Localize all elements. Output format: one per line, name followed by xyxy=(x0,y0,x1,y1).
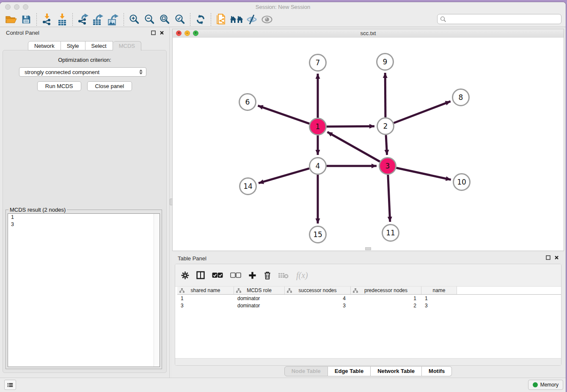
zoom-fit-button[interactable] xyxy=(157,13,172,26)
delete-column-button[interactable] xyxy=(264,271,271,280)
toolbar-separator xyxy=(72,13,73,26)
close-table-panel-icon[interactable] xyxy=(554,255,559,260)
control-panel: Control Panel NetworkStyleSelectMCDS Opt… xyxy=(0,27,169,378)
criterion-value: strongly connected component xyxy=(25,69,138,75)
graph-edge-2-9[interactable] xyxy=(385,73,385,117)
column-header-mcds-role[interactable]: MCDS role xyxy=(234,286,285,294)
result-item: 3 xyxy=(8,221,160,228)
network-overview-button[interactable] xyxy=(214,13,229,26)
show-columns-button[interactable] xyxy=(196,271,205,279)
search-icon xyxy=(440,16,446,22)
refresh-layout-button[interactable] xyxy=(193,13,208,26)
zoom-out-button[interactable] xyxy=(142,13,157,26)
graph-edge-2-3[interactable] xyxy=(386,135,387,155)
table-scroll-strip[interactable] xyxy=(175,358,561,365)
canvas-resize-handle[interactable] xyxy=(365,247,371,250)
table-tab-edge-table[interactable]: Edge Table xyxy=(328,366,371,376)
table-cell: 4 xyxy=(285,295,351,301)
mcds-result-fieldset: MCDS result (2 nodes) 13 xyxy=(6,210,162,369)
graph-edge-1-6[interactable] xyxy=(258,106,310,124)
table-cell: 1 xyxy=(351,295,421,301)
table-row[interactable]: 1dominator411 xyxy=(177,295,561,302)
graph-node-15[interactable]: 15 xyxy=(309,226,327,243)
memory-label: Memory xyxy=(540,382,559,388)
graph-node-10[interactable]: 10 xyxy=(453,173,471,191)
float-panel-icon[interactable] xyxy=(151,30,156,35)
select-stepper-icon xyxy=(138,69,143,75)
table-row[interactable]: 3dominator323 xyxy=(177,302,561,309)
task-history-button[interactable] xyxy=(4,380,16,390)
graph-node-7[interactable]: 7 xyxy=(309,54,327,72)
add-column-button[interactable] xyxy=(248,271,256,279)
graph-edge-2-8[interactable] xyxy=(394,101,451,123)
graph-node-14[interactable]: 14 xyxy=(239,177,257,195)
close-panel-icon[interactable] xyxy=(160,30,164,35)
tab-select[interactable]: Select xyxy=(85,41,113,50)
graph-edges-svg xyxy=(173,38,564,251)
column-header-shared-name[interactable]: shared name xyxy=(177,286,234,294)
export-table-button[interactable] xyxy=(91,13,106,26)
window-title: Session: New Session xyxy=(0,2,566,12)
flag-column-icon xyxy=(287,288,292,293)
graph-node-9[interactable]: 9 xyxy=(376,53,394,71)
deselect-all-columns-button[interactable] xyxy=(230,272,241,278)
gear-icon xyxy=(181,271,189,279)
table-tab-node-table[interactable]: Node Table xyxy=(284,366,328,376)
home-button[interactable] xyxy=(229,13,244,26)
table-cell: 3 xyxy=(177,303,234,309)
export-image-button[interactable] xyxy=(106,13,121,26)
memory-button[interactable]: Memory xyxy=(528,380,563,390)
control-panel-title: Control Panel xyxy=(6,30,39,36)
run-mcds-button[interactable]: Run MCDS xyxy=(37,81,81,91)
search-input[interactable] xyxy=(448,16,559,22)
network-canvas[interactable]: 7968124314101511 xyxy=(173,38,564,251)
column-header-predecessor-nodes[interactable]: predecessor nodes xyxy=(351,286,421,294)
table-tab-motifs[interactable]: Motifs xyxy=(422,366,452,376)
control-panel-tabs: NetworkStyleSelectMCDS xyxy=(0,41,169,50)
main-area: Control Panel NetworkStyleSelectMCDS Opt… xyxy=(0,27,566,378)
network-file-icon xyxy=(215,14,227,25)
toolbar-separator xyxy=(36,13,37,26)
show-graphics-button[interactable] xyxy=(259,13,275,26)
import-table-button[interactable] xyxy=(55,13,70,26)
main-toolbar xyxy=(0,12,566,27)
delete-table-button[interactable] xyxy=(278,272,289,279)
column-header-name[interactable]: name xyxy=(421,286,457,294)
tab-mcds[interactable]: MCDS xyxy=(113,41,141,51)
open-session-button[interactable] xyxy=(3,13,19,26)
import-network-button[interactable] xyxy=(39,13,55,26)
table-tab-network-table[interactable]: Network Table xyxy=(371,366,422,376)
graph-node-4[interactable]: 4 xyxy=(309,157,327,175)
tab-network[interactable]: Network xyxy=(28,41,61,50)
close-panel-button[interactable]: Close panel xyxy=(87,81,132,91)
result-scrollbar[interactable] xyxy=(154,214,160,367)
zoom-out-icon xyxy=(144,14,155,25)
fx-icon: f(x) xyxy=(296,271,308,280)
export-network-button[interactable] xyxy=(75,13,91,26)
graph-node-2[interactable]: 2 xyxy=(377,117,394,135)
graph-node-8[interactable]: 8 xyxy=(452,88,470,106)
graph-edge-3-10[interactable] xyxy=(396,168,451,180)
zoom-selected-button[interactable] xyxy=(172,13,187,26)
table-settings-button[interactable] xyxy=(181,271,189,279)
hide-graphics-button[interactable] xyxy=(244,13,259,26)
graph-edge-3-11[interactable] xyxy=(388,175,390,222)
graph-node-6[interactable]: 6 xyxy=(239,93,256,111)
column-header-successor-nodes[interactable]: successor nodes xyxy=(285,286,351,294)
save-session-button[interactable] xyxy=(19,13,34,26)
graph-node-11[interactable]: 11 xyxy=(382,224,399,242)
zoom-in-button[interactable] xyxy=(127,13,142,26)
select-all-columns-button[interactable] xyxy=(212,272,223,278)
graph-edge-1-2[interactable] xyxy=(327,126,374,127)
graph-node-3[interactable]: 3 xyxy=(379,157,396,175)
mcds-result-list: 13 xyxy=(8,213,160,367)
function-builder-button[interactable]: f(x) xyxy=(296,271,308,280)
table-cell: 3 xyxy=(421,303,457,309)
table-panel: Table Panel xyxy=(172,253,564,378)
graph-edge-4-14[interactable] xyxy=(259,168,309,183)
graph-edge-3-1[interactable] xyxy=(328,132,380,162)
criterion-select[interactable]: strongly connected component xyxy=(19,67,146,77)
tab-style[interactable]: Style xyxy=(61,41,85,50)
graph-node-1[interactable]: 1 xyxy=(309,118,327,135)
float-table-panel-icon[interactable] xyxy=(546,255,550,260)
